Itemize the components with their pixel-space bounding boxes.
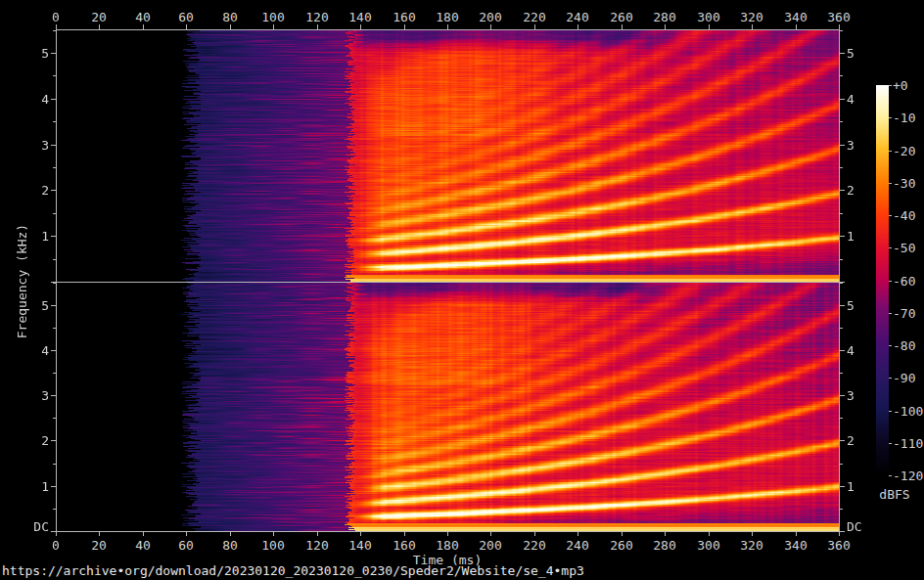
x-axis-tick-bottom — [752, 531, 753, 536]
x-axis-label-top: 0 — [52, 10, 60, 24]
x-axis-label-bottom: 0 — [52, 538, 60, 553]
colorbar-tick-label: -120 — [893, 468, 923, 483]
x-axis-label-bottom: 320 — [740, 538, 762, 553]
y-axis-label-right: 4 — [847, 343, 855, 358]
y-axis-label-left: 1 — [41, 479, 49, 494]
y-axis-minor-tick-left — [53, 509, 56, 510]
colorbar-tick — [889, 247, 892, 248]
y-axis-label-left: 5 — [41, 46, 49, 61]
x-axis-tick-top — [186, 24, 187, 29]
x-axis-label-top: 340 — [784, 10, 807, 24]
x-axis-label-bottom: 220 — [523, 538, 545, 553]
colorbar-tick-label: -80 — [893, 338, 915, 353]
colorbar-gradient — [876, 85, 889, 475]
y-axis-tick-right — [840, 190, 845, 191]
y-axis-minor-tick-left — [53, 464, 56, 465]
y-axis-tick-left — [51, 305, 56, 306]
y-axis-minor-tick-right — [840, 283, 843, 284]
y-axis-label-left: 1 — [41, 229, 49, 244]
x-axis-label-bottom: 280 — [653, 538, 675, 553]
x-axis-tick-bottom — [360, 531, 361, 536]
y-axis-label-right: 1 — [847, 479, 855, 494]
x-axis-label-bottom: 80 — [222, 538, 238, 553]
y-axis-label-right: 3 — [847, 138, 855, 153]
y-axis-minor-tick-right — [840, 75, 843, 76]
colorbar-tick — [889, 411, 892, 412]
y-axis-dc-tick-left — [51, 531, 56, 532]
y-axis-tick-right — [840, 440, 845, 441]
x-axis-label-bottom: 360 — [827, 538, 850, 553]
x-axis-label-top: 300 — [697, 10, 719, 24]
x-axis-label-bottom: 60 — [178, 538, 194, 553]
x-axis-tick-top — [622, 24, 623, 29]
y-axis-label-left: 2 — [41, 183, 49, 198]
y-axis-minor-tick-left — [53, 283, 56, 284]
y-axis-tick-left — [51, 236, 56, 237]
x-axis-tick-top — [99, 24, 100, 29]
x-axis-tick-top — [796, 24, 797, 29]
y-axis-minor-tick-right — [840, 328, 843, 329]
x-axis-tick-bottom — [622, 531, 623, 536]
y-axis-minor-tick-left — [53, 30, 56, 31]
x-axis-tick-bottom — [796, 531, 797, 536]
x-axis-tick-bottom — [534, 531, 535, 536]
x-axis-label-bottom: 40 — [135, 538, 151, 553]
x-axis-tick-bottom — [404, 531, 405, 536]
plot-frame-right — [839, 29, 840, 531]
y-axis-minor-tick-left — [53, 121, 56, 122]
x-axis-tick-top — [839, 24, 840, 29]
x-axis-tick-top — [752, 24, 753, 29]
spectrogram-figure: 0020204040606080801001001201201401401601… — [0, 0, 924, 580]
y-axis-label-right: 5 — [847, 298, 855, 313]
x-axis-tick-bottom — [490, 531, 491, 536]
y-axis-minor-tick-right — [840, 30, 843, 31]
x-axis-tick-top — [578, 24, 578, 29]
y-axis-minor-tick-left — [53, 213, 56, 214]
x-axis-tick-top — [317, 24, 318, 29]
colorbar-tick-label: -70 — [893, 306, 915, 321]
colorbar-tick-label: -100 — [893, 404, 923, 419]
y-axis-tick-right — [840, 99, 845, 100]
y-axis-tick-left — [51, 145, 56, 146]
y-axis-label-left: 4 — [41, 343, 49, 358]
y-axis-minor-tick-right — [840, 167, 843, 168]
x-axis-label-top: 160 — [393, 10, 415, 24]
y-axis-minor-tick-right — [840, 418, 843, 419]
y-axis-tick-right — [840, 350, 845, 351]
y-axis-tick-left — [51, 350, 56, 351]
y-axis-minor-tick-right — [840, 121, 843, 122]
y-axis-tick-left — [51, 440, 56, 441]
x-axis-label-top: 140 — [348, 10, 371, 24]
x-axis-tick-top — [709, 24, 710, 29]
colorbar-tick — [889, 378, 892, 379]
x-axis-label-bottom: 20 — [91, 538, 107, 553]
x-axis-tick-bottom — [186, 531, 187, 536]
x-axis-tick-top — [56, 24, 57, 29]
x-axis-label-bottom: 160 — [393, 538, 415, 553]
x-axis-label-top: 80 — [222, 10, 238, 24]
y-axis-minor-tick-right — [840, 213, 843, 214]
y-axis-tick-right — [840, 395, 845, 396]
colorbar-unit-label: dBFS — [874, 487, 915, 502]
x-axis-label-top: 180 — [436, 10, 458, 24]
x-axis-label-top: 40 — [135, 10, 151, 24]
x-axis-tick-top — [490, 24, 491, 29]
y-axis-tick-left — [51, 53, 56, 54]
y-axis-label-left: 5 — [41, 298, 49, 313]
colorbar-tick — [889, 281, 892, 282]
x-axis-label-top: 220 — [523, 10, 545, 24]
y-axis-dc-tick-right — [840, 531, 845, 532]
colorbar-tick-label: -40 — [893, 208, 915, 223]
colorbar-tick — [889, 443, 892, 444]
x-axis-label-top: 100 — [261, 10, 284, 24]
y-axis-label-left: 3 — [41, 388, 49, 403]
colorbar-tick-label: -30 — [893, 176, 915, 191]
x-axis-label-top: 120 — [305, 10, 328, 24]
x-axis-label-top: 280 — [653, 10, 675, 24]
x-axis-tick-top — [404, 24, 405, 29]
x-axis-label-top: 240 — [566, 10, 588, 24]
colorbar-tick-label: -60 — [893, 274, 915, 289]
y-axis-label-left: 4 — [41, 92, 49, 107]
colorbar-tick-label: +0 — [893, 78, 908, 93]
x-axis-label-top: 60 — [178, 10, 194, 24]
